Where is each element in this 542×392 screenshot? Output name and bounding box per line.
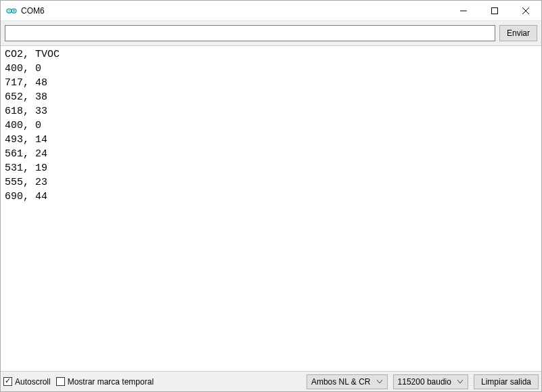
baud-rate-value: 115200 baudio	[398, 377, 451, 387]
chevron-down-icon	[455, 380, 465, 384]
timestamp-label: Mostrar marca temporal	[68, 377, 154, 387]
serial-output: CO2, TVOC 400, 0 717, 48 652, 38 618, 33…	[1, 45, 541, 371]
svg-rect-6	[492, 7, 498, 14]
autoscroll-label: Autoscroll	[15, 377, 51, 387]
titlebar: COM6	[1, 1, 541, 21]
window-controls	[448, 1, 541, 20]
autoscroll-checkbox[interactable]	[3, 377, 12, 386]
send-button[interactable]: Enviar	[499, 25, 537, 41]
timestamp-option[interactable]: Mostrar marca temporal	[56, 377, 154, 387]
timestamp-checkbox[interactable]	[56, 377, 65, 386]
clear-output-button[interactable]: Limpiar salida	[474, 374, 539, 389]
chevron-down-icon	[375, 380, 384, 384]
minimize-button[interactable]	[448, 1, 479, 20]
close-button[interactable]	[510, 1, 541, 20]
line-ending-value: Ambos NL & CR	[311, 377, 371, 387]
serial-monitor-window: COM6 Enviar CO2, TVOC 400, 0 717, 48 652…	[0, 0, 542, 392]
autoscroll-option[interactable]: Autoscroll	[3, 377, 51, 387]
serial-input[interactable]	[5, 25, 495, 41]
line-ending-select[interactable]: Ambos NL & CR	[307, 374, 388, 389]
baud-rate-select[interactable]: 115200 baudio	[393, 374, 468, 389]
bottom-bar: Autoscroll Mostrar marca temporal Ambos …	[1, 371, 541, 391]
maximize-button[interactable]	[479, 1, 510, 20]
send-row: Enviar	[1, 21, 541, 45]
arduino-icon	[6, 5, 17, 16]
window-title: COM6	[21, 6, 45, 16]
